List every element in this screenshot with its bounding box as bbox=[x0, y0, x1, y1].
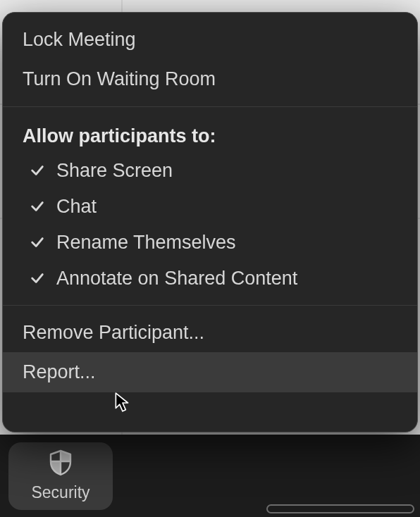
menu-item-chat[interactable]: Chat bbox=[3, 189, 417, 225]
meeting-toolbar: Security bbox=[0, 435, 420, 517]
checkmark-icon bbox=[30, 199, 45, 214]
menu-item-label: Share Screen bbox=[56, 160, 173, 182]
menu-item-share-screen[interactable]: Share Screen bbox=[3, 153, 417, 189]
horizontal-scrollbar[interactable] bbox=[266, 504, 414, 513]
menu-item-remove-participant[interactable]: Remove Participant... bbox=[3, 316, 417, 352]
menu-item-label: Lock Meeting bbox=[23, 28, 136, 51]
menu-item-label: Rename Themselves bbox=[56, 232, 236, 254]
menu-item-annotate[interactable]: Annotate on Shared Content bbox=[3, 261, 417, 295]
checkmark-icon bbox=[30, 235, 45, 250]
menu-item-label: Report... bbox=[23, 361, 96, 383]
checkmark-icon bbox=[30, 163, 45, 178]
menu-item-label: Chat bbox=[56, 196, 97, 218]
security-button-label: Security bbox=[31, 483, 89, 502]
menu-item-label: Annotate on Shared Content bbox=[56, 268, 297, 289]
menu-section-header-allow: Allow participants to: bbox=[3, 117, 417, 153]
security-menu-popover: Lock Meeting Turn On Waiting Room Allow … bbox=[2, 12, 418, 432]
menu-item-label: Turn On Waiting Room bbox=[23, 68, 216, 90]
menu-item-waiting-room[interactable]: Turn On Waiting Room bbox=[3, 59, 417, 96]
menu-separator bbox=[3, 106, 417, 107]
menu-item-report[interactable]: Report... bbox=[3, 352, 417, 392]
checkmark-icon bbox=[30, 270, 45, 286]
shield-icon bbox=[49, 449, 73, 479]
menu-separator bbox=[3, 305, 417, 306]
security-button[interactable]: Security bbox=[8, 442, 113, 510]
menu-item-lock-meeting[interactable]: Lock Meeting bbox=[3, 13, 417, 59]
menu-item-label: Remove Participant... bbox=[23, 321, 204, 344]
menu-item-rename[interactable]: Rename Themselves bbox=[3, 225, 417, 261]
